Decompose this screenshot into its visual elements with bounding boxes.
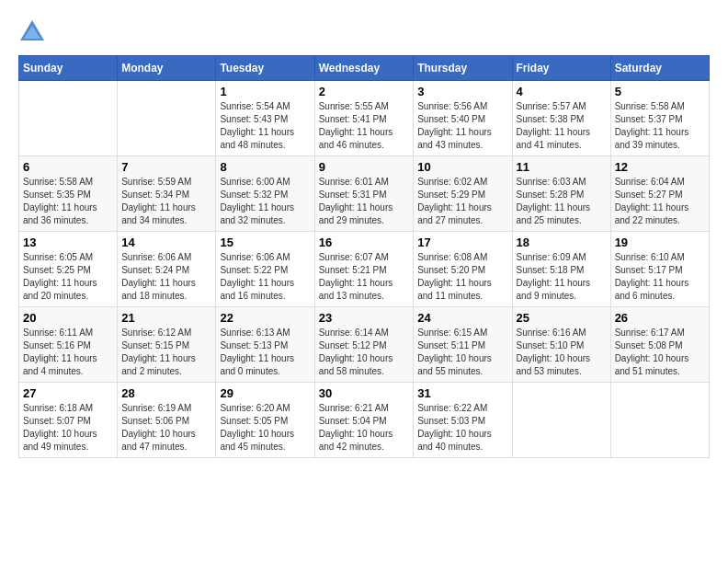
calendar-cell: 14Sunrise: 6:06 AM Sunset: 5:24 PM Dayli… (118, 232, 216, 307)
day-number: 10 (417, 160, 507, 174)
calendar-cell: 20Sunrise: 6:11 AM Sunset: 5:16 PM Dayli… (19, 307, 118, 383)
calendar-cell (610, 383, 709, 458)
day-number: 8 (220, 160, 310, 174)
day-number: 4 (517, 85, 607, 98)
day-number: 24 (417, 311, 507, 325)
day-number: 18 (517, 236, 607, 249)
calendar-cell: 21Sunrise: 6:12 AM Sunset: 5:15 PM Dayli… (118, 307, 216, 383)
day-info: Sunrise: 6:06 AM Sunset: 5:22 PM Dayligh… (220, 251, 310, 303)
day-number: 11 (517, 160, 607, 174)
calendar-cell: 13Sunrise: 6:05 AM Sunset: 5:25 PM Dayli… (19, 232, 118, 307)
calendar-cell: 3Sunrise: 5:56 AM Sunset: 5:40 PM Daylig… (414, 81, 512, 156)
logo (18, 18, 50, 46)
calendar-header: SundayMondayTuesdayWednesdayThursdayFrid… (19, 56, 710, 81)
day-number: 13 (23, 236, 113, 249)
day-info: Sunrise: 5:59 AM Sunset: 5:34 PM Dayligh… (121, 176, 211, 227)
calendar-cell: 6Sunrise: 5:58 AM Sunset: 5:35 PM Daylig… (19, 156, 118, 232)
day-info: Sunrise: 6:18 AM Sunset: 5:07 PM Dayligh… (23, 402, 113, 454)
column-header-tuesday: Tuesday (216, 56, 314, 81)
calendar-cell: 29Sunrise: 6:20 AM Sunset: 5:05 PM Dayli… (216, 383, 314, 458)
week-row-3: 13Sunrise: 6:05 AM Sunset: 5:25 PM Dayli… (19, 232, 710, 307)
calendar-cell: 19Sunrise: 6:10 AM Sunset: 5:17 PM Dayli… (610, 232, 709, 307)
day-number: 17 (417, 236, 507, 249)
day-info: Sunrise: 6:15 AM Sunset: 5:11 PM Dayligh… (417, 327, 507, 378)
day-info: Sunrise: 6:13 AM Sunset: 5:13 PM Dayligh… (220, 327, 310, 378)
calendar-cell: 23Sunrise: 6:14 AM Sunset: 5:12 PM Dayli… (314, 307, 414, 383)
calendar-cell (118, 81, 216, 156)
day-info: Sunrise: 6:14 AM Sunset: 5:12 PM Dayligh… (319, 327, 410, 378)
day-number: 26 (615, 311, 705, 325)
day-info: Sunrise: 6:20 AM Sunset: 5:05 PM Dayligh… (220, 402, 310, 454)
calendar-cell: 8Sunrise: 6:00 AM Sunset: 5:32 PM Daylig… (216, 156, 314, 232)
column-header-wednesday: Wednesday (314, 56, 414, 81)
calendar-cell: 15Sunrise: 6:06 AM Sunset: 5:22 PM Dayli… (216, 232, 314, 307)
day-number: 14 (121, 236, 211, 249)
calendar-table: SundayMondayTuesdayWednesdayThursdayFrid… (18, 55, 710, 458)
day-number: 2 (319, 85, 410, 98)
day-info: Sunrise: 6:06 AM Sunset: 5:24 PM Dayligh… (121, 251, 211, 303)
day-info: Sunrise: 5:56 AM Sunset: 5:40 PM Dayligh… (417, 100, 507, 152)
calendar-cell: 4Sunrise: 5:57 AM Sunset: 5:38 PM Daylig… (512, 81, 610, 156)
day-number: 6 (23, 160, 113, 174)
day-info: Sunrise: 5:55 AM Sunset: 5:41 PM Dayligh… (319, 100, 410, 152)
calendar-cell: 11Sunrise: 6:03 AM Sunset: 5:28 PM Dayli… (512, 156, 610, 232)
day-info: Sunrise: 6:22 AM Sunset: 5:03 PM Dayligh… (417, 402, 507, 454)
column-header-monday: Monday (118, 56, 216, 81)
day-info: Sunrise: 6:00 AM Sunset: 5:32 PM Dayligh… (220, 176, 310, 227)
day-info: Sunrise: 6:07 AM Sunset: 5:21 PM Dayligh… (319, 251, 410, 303)
day-number: 19 (615, 236, 705, 249)
calendar-cell: 26Sunrise: 6:17 AM Sunset: 5:08 PM Dayli… (610, 307, 709, 383)
calendar-body: 1Sunrise: 5:54 AM Sunset: 5:43 PM Daylig… (19, 81, 710, 458)
day-info: Sunrise: 6:10 AM Sunset: 5:17 PM Dayligh… (615, 251, 705, 303)
day-number: 7 (121, 160, 211, 174)
day-info: Sunrise: 6:05 AM Sunset: 5:25 PM Dayligh… (23, 251, 113, 303)
day-number: 23 (319, 311, 410, 325)
day-number: 9 (319, 160, 410, 174)
day-number: 1 (220, 85, 310, 98)
logo-icon (18, 18, 46, 46)
calendar-cell: 1Sunrise: 5:54 AM Sunset: 5:43 PM Daylig… (216, 81, 314, 156)
calendar-cell: 16Sunrise: 6:07 AM Sunset: 5:21 PM Dayli… (314, 232, 414, 307)
day-info: Sunrise: 5:57 AM Sunset: 5:38 PM Dayligh… (517, 100, 607, 152)
calendar-cell: 22Sunrise: 6:13 AM Sunset: 5:13 PM Dayli… (216, 307, 314, 383)
day-info: Sunrise: 6:01 AM Sunset: 5:31 PM Dayligh… (319, 176, 410, 227)
calendar-cell: 9Sunrise: 6:01 AM Sunset: 5:31 PM Daylig… (314, 156, 414, 232)
day-number: 27 (23, 386, 113, 400)
day-info: Sunrise: 5:54 AM Sunset: 5:43 PM Dayligh… (220, 100, 310, 152)
day-info: Sunrise: 6:21 AM Sunset: 5:04 PM Dayligh… (319, 402, 410, 454)
week-row-2: 6Sunrise: 5:58 AM Sunset: 5:35 PM Daylig… (19, 156, 710, 232)
day-number: 25 (517, 311, 607, 325)
day-info: Sunrise: 6:08 AM Sunset: 5:20 PM Dayligh… (417, 251, 507, 303)
calendar-cell: 5Sunrise: 5:58 AM Sunset: 5:37 PM Daylig… (610, 81, 709, 156)
day-info: Sunrise: 6:09 AM Sunset: 5:18 PM Dayligh… (517, 251, 607, 303)
column-header-sunday: Sunday (19, 56, 118, 81)
column-header-friday: Friday (512, 56, 610, 81)
day-number: 3 (417, 85, 507, 98)
week-row-5: 27Sunrise: 6:18 AM Sunset: 5:07 PM Dayli… (19, 383, 710, 458)
day-info: Sunrise: 6:11 AM Sunset: 5:16 PM Dayligh… (23, 327, 113, 378)
day-number: 20 (23, 311, 113, 325)
calendar-cell: 12Sunrise: 6:04 AM Sunset: 5:27 PM Dayli… (610, 156, 709, 232)
day-number: 30 (319, 386, 410, 400)
column-header-thursday: Thursday (414, 56, 512, 81)
calendar-cell (19, 81, 118, 156)
calendar-cell: 24Sunrise: 6:15 AM Sunset: 5:11 PM Dayli… (414, 307, 512, 383)
day-number: 29 (220, 386, 310, 400)
calendar-cell: 17Sunrise: 6:08 AM Sunset: 5:20 PM Dayli… (414, 232, 512, 307)
week-row-1: 1Sunrise: 5:54 AM Sunset: 5:43 PM Daylig… (19, 81, 710, 156)
day-info: Sunrise: 6:16 AM Sunset: 5:10 PM Dayligh… (517, 327, 607, 378)
calendar-cell: 2Sunrise: 5:55 AM Sunset: 5:41 PM Daylig… (314, 81, 414, 156)
page-header (18, 18, 710, 46)
calendar-cell: 27Sunrise: 6:18 AM Sunset: 5:07 PM Dayli… (19, 383, 118, 458)
day-info: Sunrise: 6:03 AM Sunset: 5:28 PM Dayligh… (517, 176, 607, 227)
day-number: 28 (121, 386, 211, 400)
day-info: Sunrise: 6:02 AM Sunset: 5:29 PM Dayligh… (417, 176, 507, 227)
day-number: 22 (220, 311, 310, 325)
day-number: 12 (615, 160, 705, 174)
header-row: SundayMondayTuesdayWednesdayThursdayFrid… (19, 56, 710, 81)
day-info: Sunrise: 6:04 AM Sunset: 5:27 PM Dayligh… (615, 176, 705, 227)
calendar-cell: 31Sunrise: 6:22 AM Sunset: 5:03 PM Dayli… (414, 383, 512, 458)
day-info: Sunrise: 6:19 AM Sunset: 5:06 PM Dayligh… (121, 402, 211, 454)
day-info: Sunrise: 6:17 AM Sunset: 5:08 PM Dayligh… (615, 327, 705, 378)
day-info: Sunrise: 5:58 AM Sunset: 5:37 PM Dayligh… (615, 100, 705, 152)
